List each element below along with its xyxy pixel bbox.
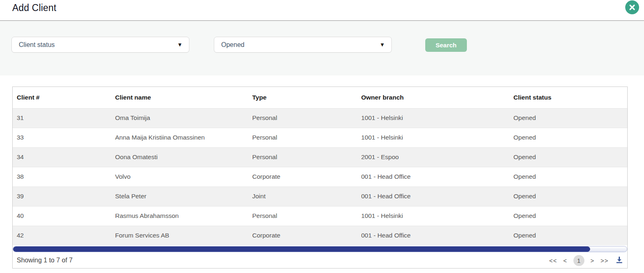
- x-circle-icon: [629, 4, 635, 11]
- table-row[interactable]: 38 Volvo Corporate 001 - Head Office Ope…: [13, 167, 627, 186]
- close-button[interactable]: [625, 0, 639, 14]
- download-button[interactable]: [615, 256, 624, 265]
- chevron-down-icon: ▼: [177, 42, 182, 48]
- cell-client-name: Oona Omatesti: [111, 147, 248, 167]
- table-row[interactable]: 33 Anna Maija Kristiina Omassinen Person…: [13, 128, 627, 147]
- cell-client-number: 31: [13, 108, 111, 128]
- client-status-dropdown[interactable]: Client status ▼: [11, 37, 189, 53]
- cell-client-status: Opened: [509, 226, 627, 245]
- cell-client-status: Opened: [509, 108, 627, 128]
- cell-type: Personal: [248, 147, 357, 167]
- cell-client-number: 33: [13, 128, 111, 147]
- cell-client-name: Oma Toimija: [111, 108, 248, 128]
- cell-type: Corporate: [248, 167, 357, 186]
- status-value-dropdown-value: Opened: [221, 41, 244, 49]
- cell-owner-branch: 1001 - Helsinki: [357, 108, 509, 128]
- cell-client-status: Opened: [509, 167, 627, 186]
- cell-client-status: Opened: [509, 147, 627, 167]
- cell-client-number: 38: [13, 167, 111, 186]
- table-row[interactable]: 31 Oma Toimija Personal 1001 - Helsinki …: [13, 108, 627, 128]
- table-header-row: Client # Client name Type Owner branch C…: [13, 87, 627, 108]
- table-row[interactable]: 39 Stela Peter Joint 001 - Head Office O…: [13, 186, 627, 206]
- cell-type: Personal: [248, 128, 357, 147]
- column-header-client-name: Client name: [111, 87, 248, 108]
- table-row[interactable]: 34 Oona Omatesti Personal 2001 - Espoo O…: [13, 147, 627, 167]
- pagination-next-button[interactable]: >: [591, 257, 595, 264]
- cell-client-status: Opened: [509, 186, 627, 206]
- cell-owner-branch: 2001 - Espoo: [357, 147, 509, 167]
- cell-client-number: 34: [13, 147, 111, 167]
- cell-owner-branch: 001 - Head Office: [357, 226, 509, 245]
- cell-client-number: 40: [13, 206, 111, 226]
- table-row[interactable]: 42 Forum Services AB Corporate 001 - Hea…: [13, 226, 627, 245]
- clients-table: Client # Client name Type Owner branch C…: [13, 87, 627, 245]
- column-header-client-number: Client #: [13, 87, 111, 108]
- cell-client-number: 39: [13, 186, 111, 206]
- pagination-first-button[interactable]: <<: [549, 257, 557, 264]
- cell-client-name: Anna Maija Kristiina Omassinen: [111, 128, 248, 147]
- cell-client-name: Stela Peter: [111, 186, 248, 206]
- cell-owner-branch: 001 - Head Office: [357, 186, 509, 206]
- cell-client-number: 42: [13, 226, 111, 245]
- cell-client-name: Volvo: [111, 167, 248, 186]
- page-title: Add Client: [12, 2, 56, 13]
- cell-owner-branch: 1001 - Helsinki: [357, 206, 509, 226]
- table-footer: Showing 1 to 7 of 7 << < 1 > >>: [13, 253, 627, 268]
- cell-owner-branch: 1001 - Helsinki: [357, 128, 509, 147]
- cell-client-name: Rasmus Abrahamsson: [111, 206, 248, 226]
- cell-owner-branch: 001 - Head Office: [357, 167, 509, 186]
- pagination-current-page[interactable]: 1: [573, 255, 584, 266]
- column-header-owner-branch: Owner branch: [357, 87, 509, 108]
- table-row[interactable]: 40 Rasmus Abrahamsson Personal 1001 - He…: [13, 206, 627, 226]
- horizontal-scrollbar[interactable]: [13, 246, 627, 252]
- pagination: << < 1 > >>: [549, 255, 624, 266]
- column-header-type: Type: [248, 87, 357, 108]
- chevron-down-icon: ▼: [380, 42, 385, 48]
- modal-header: Add Client: [0, 0, 644, 21]
- cell-type: Personal: [248, 108, 357, 128]
- client-status-dropdown-value: Client status: [19, 41, 55, 49]
- search-button[interactable]: Search: [425, 38, 467, 52]
- cell-type: Personal: [248, 206, 357, 226]
- cell-client-status: Opened: [509, 128, 627, 147]
- column-header-client-status: Client status: [509, 87, 627, 108]
- clients-table-container: Client # Client name Type Owner branch C…: [12, 87, 628, 269]
- cell-type: Corporate: [248, 226, 357, 245]
- cell-client-status: Opened: [509, 206, 627, 226]
- cell-type: Joint: [248, 186, 357, 206]
- scrollbar-thumb[interactable]: [13, 246, 590, 252]
- pagination-last-button[interactable]: >>: [600, 257, 608, 264]
- download-icon: [615, 256, 623, 265]
- status-value-dropdown[interactable]: Opened ▼: [214, 37, 392, 53]
- cell-client-name: Forum Services AB: [111, 226, 248, 245]
- showing-count-text: Showing 1 to 7 of 7: [17, 257, 73, 264]
- pagination-prev-button[interactable]: <: [563, 257, 567, 264]
- filter-section: Client status ▼ Opened ▼ Search: [0, 21, 644, 75]
